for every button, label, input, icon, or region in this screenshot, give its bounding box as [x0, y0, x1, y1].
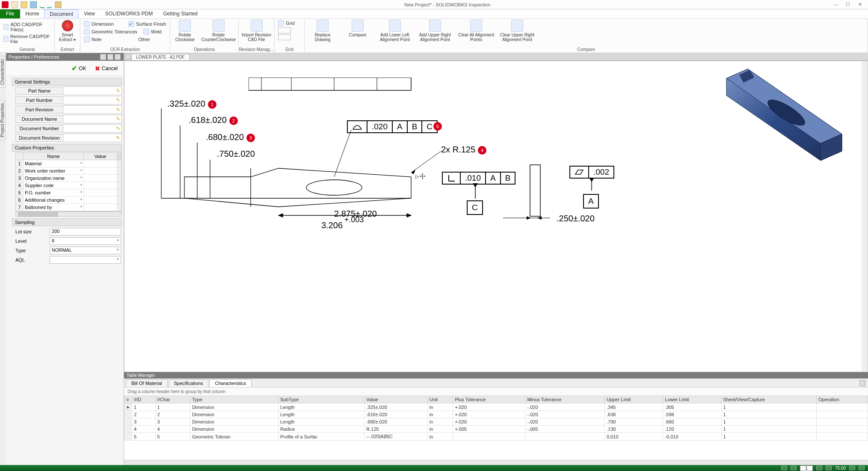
group-operations: Operations: [170, 47, 238, 53]
other-button[interactable]: Other: [137, 36, 151, 43]
grid-toggle[interactable]: Grid: [277, 20, 296, 27]
group-grid: Grid: [275, 47, 304, 53]
surface-finish-button[interactable]: ✓Surface Finish: [127, 21, 167, 27]
rotate-cw-icon: [179, 20, 191, 32]
group-revmgr: Revision Manag…: [239, 47, 274, 53]
menu-getting-started[interactable]: Getting Started: [158, 9, 203, 18]
clear-points-icon: [470, 20, 482, 32]
add-ur-point-button[interactable]: Add Upper Right Alignment Point: [417, 20, 453, 42]
grid-icon: [278, 20, 284, 26]
open-icon[interactable]: [21, 1, 27, 8]
geometric-tol-button[interactable]: Geometric Tolerances: [83, 28, 138, 35]
dimension-button[interactable]: Dimension: [83, 21, 115, 27]
weld-icon: [143, 29, 149, 35]
import-icon: [251, 20, 263, 32]
replace-icon: [317, 20, 329, 32]
window-controls: — ☐ ✕: [833, 2, 866, 7]
import-revision-button[interactable]: Import Revision CAD File: [241, 20, 272, 42]
ll-point-icon: [389, 20, 401, 32]
remove-file-icon: [3, 36, 9, 42]
group-compare: Compare: [305, 47, 868, 53]
print-icon[interactable]: [55, 1, 62, 8]
menu-document[interactable]: Document: [44, 9, 79, 18]
minimize-button[interactable]: —: [833, 2, 839, 7]
geo-tol-icon: [84, 29, 90, 35]
group-ocr: OCR Extraction: [80, 47, 170, 53]
undo-icon[interactable]: [39, 1, 44, 8]
clear-ur-icon: [511, 20, 523, 32]
note-icon: [84, 36, 90, 42]
remove-cad-pdf-button[interactable]: Remove CAD/PDF File: [3, 33, 52, 45]
menu-pdm[interactable]: SOLIDWORKS PDM: [100, 9, 158, 18]
menu-file[interactable]: File: [0, 9, 20, 18]
group-extract: Extract: [55, 47, 80, 53]
close-button[interactable]: ✕: [857, 2, 863, 7]
rotate-cw-button[interactable]: Rotate Clockwise: [173, 20, 197, 42]
add-cad-pdf-button[interactable]: ADD CAD/PDF File(s): [3, 21, 52, 33]
add-ll-point-button[interactable]: Add Lower Left Alignment Point: [377, 20, 412, 42]
rotate-ccw-icon: [213, 20, 225, 32]
menu-home[interactable]: Home: [20, 9, 44, 18]
title-bar: New Project* - SOLIDWORKS Inspection — ☐…: [0, 0, 868, 9]
menu-bar: File Home Document View SOLIDWORKS PDM G…: [0, 9, 868, 19]
app-icon: [2, 1, 9, 8]
new-icon[interactable]: [11, 1, 18, 8]
smart-extract-button[interactable]: Smart Extract ▾: [57, 20, 77, 42]
rotate-ccw-button[interactable]: Rotate CounterClockwise: [201, 20, 236, 42]
save-icon[interactable]: [30, 1, 37, 8]
quick-access-toolbar: [2, 1, 62, 8]
note-button[interactable]: Note: [83, 36, 102, 43]
ribbon: ADD CAD/PDF File(s) Remove CAD/PDF File …: [0, 19, 868, 53]
compare-button[interactable]: Compare: [342, 20, 373, 37]
ur-point-icon: [429, 20, 441, 32]
clear-ur-point-button[interactable]: Clear Upper Right Alignment Point: [499, 20, 536, 42]
group-general: General: [0, 47, 54, 53]
redo-icon[interactable]: [47, 1, 52, 8]
maximize-button[interactable]: ☐: [845, 2, 851, 7]
add-file-icon: [3, 24, 9, 30]
surface-icon: ✓: [128, 21, 134, 27]
window-title: New Project* - SOLIDWORKS Inspection: [62, 2, 833, 7]
smart-extract-icon: [62, 20, 74, 32]
compare-icon: [352, 20, 364, 32]
weld-button[interactable]: Weld: [142, 28, 163, 35]
grid-combo2[interactable]: [278, 34, 291, 40]
menu-view[interactable]: View: [79, 9, 100, 18]
grid-combo[interactable]: [278, 27, 291, 33]
clear-points-button[interactable]: Clear All Alignment Points: [458, 20, 495, 42]
dimension-icon: [84, 21, 90, 27]
replace-drawing-button[interactable]: Replace Drawing: [307, 20, 338, 42]
